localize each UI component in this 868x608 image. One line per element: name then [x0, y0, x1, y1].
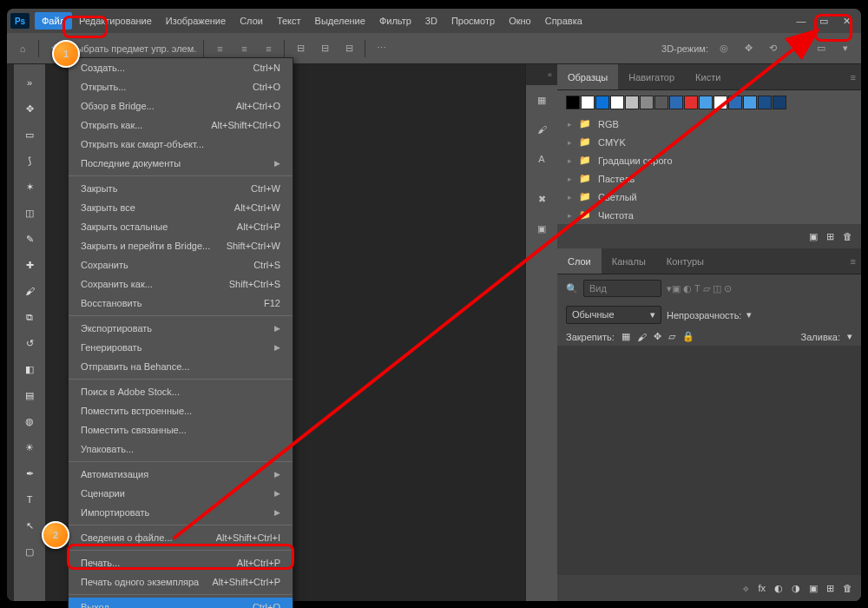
libraries-panel-icon[interactable]: ▣ [526, 214, 557, 243]
menu-item[interactable]: Закрыть и перейти в Bridge...Shift+Ctrl+… [69, 236, 293, 255]
filter-smart-icon[interactable]: ◫ [713, 283, 721, 294]
brush-tool[interactable]: 🖌 [14, 278, 45, 304]
group-icon[interactable]: ▣ [809, 583, 818, 594]
menu-слои[interactable]: Слои [233, 12, 270, 30]
panel-menu-icon[interactable]: ≡ [731, 64, 861, 89]
lock-brush-icon[interactable]: 🖌 [637, 332, 647, 342]
adjust-panel-icon[interactable]: ✖ [526, 184, 557, 214]
lock-all-icon[interactable]: 🔒 [682, 331, 694, 342]
swatch[interactable] [743, 96, 757, 109]
menu-item[interactable]: Закрыть всеAlt+Ctrl+W [69, 198, 293, 217]
gradient-tool[interactable]: ▤ [14, 382, 45, 408]
mask-icon[interactable]: ◐ [774, 583, 783, 594]
menu-item[interactable]: ЗакрытьCtrl+W [69, 179, 293, 198]
healing-tool[interactable]: ✚ [14, 252, 45, 278]
menu-текст[interactable]: Текст [270, 12, 308, 30]
marquee-tool[interactable]: ▭ [14, 122, 45, 148]
swatch-group[interactable]: ▸📁Пастель [557, 169, 861, 188]
fx-icon[interactable]: fx [758, 583, 766, 593]
swatch[interactable] [728, 96, 742, 109]
frame-icon[interactable]: ▭ [812, 40, 830, 57]
menu-файл[interactable]: Файл [35, 12, 72, 30]
menu-item[interactable]: Поиск в Adobe Stock... [69, 382, 293, 401]
menu-item[interactable]: Поместить встроенные... [69, 401, 293, 420]
menu-item[interactable]: Последние документы▶ [69, 154, 293, 173]
menu-item[interactable]: Отправить на Behance... [69, 357, 293, 376]
tab-paths[interactable]: Контуры [656, 248, 714, 274]
wand-tool[interactable]: ✶ [14, 174, 45, 200]
menu-item[interactable]: Сохранить как...Shift+Ctrl+S [69, 274, 293, 294]
workspace-chevron-icon[interactable]: ▾ [837, 40, 854, 57]
menu-item[interactable]: Упаковать... [69, 439, 293, 459]
expand-panels-icon[interactable]: « [526, 64, 557, 85]
blur-tool[interactable]: ◍ [14, 408, 45, 434]
menu-редактирование[interactable]: Редактирование [72, 12, 159, 30]
swatch[interactable] [654, 96, 668, 109]
menu-изображение[interactable]: Изображение [159, 12, 233, 30]
menu-item[interactable]: Создать...Ctrl+N [69, 58, 293, 77]
brush-panel-icon[interactable]: 🖌 [526, 115, 557, 144]
minimize-button[interactable]: — [792, 11, 811, 30]
menu-выделение[interactable]: Выделение [308, 12, 372, 30]
tab-channels[interactable]: Каналы [602, 248, 656, 274]
rotate-icon[interactable]: ⟲ [764, 40, 781, 57]
menu-item[interactable]: Экспортировать▶ [69, 319, 293, 338]
menu-item[interactable]: Поместить связанные... [69, 420, 293, 439]
opacity-chevron-icon[interactable]: ▾ [746, 309, 752, 321]
tab-layers[interactable]: Слои [557, 248, 602, 274]
menu-item[interactable]: Сведения о файле...Alt+Shift+Ctrl+I [69, 528, 293, 547]
swatch[interactable] [640, 96, 654, 109]
lock-artboard-icon[interactable]: ▱ [668, 331, 675, 342]
swatch-group[interactable]: ▸📁Градации серого [557, 151, 861, 169]
menu-item[interactable]: Открыть...Ctrl+O [69, 77, 293, 96]
distribute-icon[interactable]: ⊟ [292, 40, 309, 57]
layer-filter-input[interactable] [583, 280, 661, 297]
menu-item[interactable]: СохранитьCtrl+S [69, 255, 293, 274]
link-layers-icon[interactable]: ⟐ [743, 583, 749, 593]
align-left-icon[interactable]: ≡ [211, 40, 228, 57]
distribute-icon[interactable]: ⊟ [340, 40, 358, 57]
move-tool[interactable]: ✥ [14, 96, 45, 122]
swatch-group[interactable]: ▸📁Светлый [557, 188, 861, 206]
menu-item[interactable]: Закрыть остальныеAlt+Ctrl+P [69, 217, 293, 236]
swatch[interactable] [684, 96, 698, 109]
filter-shape-icon[interactable]: ▱ [703, 283, 710, 294]
eyedropper-tool[interactable]: ✎ [14, 226, 45, 252]
swatch[interactable] [625, 96, 639, 109]
path-tool[interactable]: ↖ [14, 512, 45, 539]
pen-tool[interactable]: ✒ [14, 460, 45, 486]
menu-item[interactable]: Генерировать▶ [69, 338, 293, 357]
menu-item[interactable]: Автоматизация▶ [69, 465, 293, 484]
blend-mode-select[interactable]: Обычные▾ [566, 306, 661, 324]
swatch-group[interactable]: ▸📁RGB [557, 115, 861, 133]
swatch[interactable] [713, 96, 727, 109]
tab-brushes[interactable]: Кисти [685, 64, 731, 89]
crop-tool[interactable]: ◫ [14, 200, 45, 226]
swatch[interactable] [758, 96, 772, 109]
swatch[interactable] [610, 96, 624, 109]
collapse-toolbar-icon[interactable]: » [14, 69, 45, 96]
menu-item[interactable]: Печать...Alt+Ctrl+P [69, 553, 293, 572]
menu-item[interactable]: Открыть как смарт-объект... [69, 135, 293, 154]
search-icon[interactable]: 🔍 [788, 40, 806, 57]
menu-item[interactable]: Сценарии▶ [69, 484, 293, 503]
new-swatch-icon[interactable]: ⊞ [826, 231, 834, 242]
menu-справка[interactable]: Справка [538, 12, 589, 30]
shape-tool[interactable]: ▢ [14, 539, 45, 565]
menu-item[interactable]: ВосстановитьF12 [69, 294, 293, 313]
filter-image-icon[interactable]: ▣ [672, 283, 681, 294]
tab-navigator[interactable]: Навигатор [618, 64, 685, 89]
new-layer-icon[interactable]: ⊞ [826, 583, 834, 594]
lasso-tool[interactable]: ⟆ [14, 148, 45, 174]
type-tool[interactable]: T [14, 486, 45, 512]
panel-menu-icon[interactable]: ≡ [714, 248, 861, 274]
home-icon[interactable]: ⌂ [14, 40, 31, 57]
more-icon[interactable]: ⋯ [372, 40, 390, 57]
orbit-icon[interactable]: ◎ [715, 40, 733, 57]
new-group-icon[interactable]: ▣ [809, 231, 818, 242]
menu-item[interactable]: ВыходCtrl+Q [69, 598, 293, 608]
stamp-tool[interactable]: ⧉ [14, 304, 45, 330]
pan-icon[interactable]: ✥ [740, 40, 757, 57]
delete-layer-icon[interactable]: 🗑 [843, 583, 852, 593]
character-panel-icon[interactable]: A [526, 144, 557, 174]
